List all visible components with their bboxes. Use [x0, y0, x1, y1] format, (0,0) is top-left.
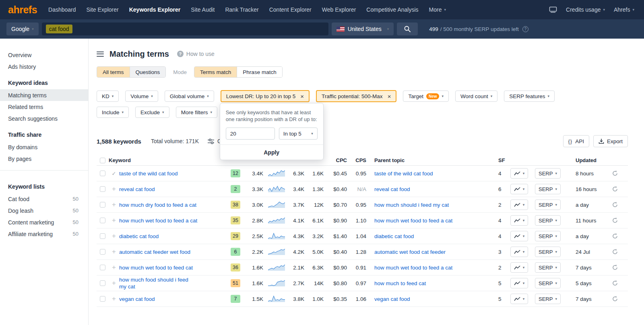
query-tag[interactable]: cat food	[46, 25, 72, 33]
col-header-cps[interactable]: CPS	[349, 157, 368, 163]
keyword-link[interactable]: how much food should i feed my cat	[119, 276, 196, 290]
trend-chart-button[interactable]: ▾	[510, 294, 528, 304]
sidebar-item-ads-history[interactable]: Ads history	[0, 61, 88, 72]
parent-topic-link[interactable]: how much wet food to feed a cat	[374, 217, 452, 224]
serp-button[interactable]: SERP▾	[535, 294, 561, 304]
trend-chart-button[interactable]: ▾	[510, 168, 528, 179]
refresh-icon[interactable]	[612, 170, 618, 177]
filter-button-global-volume[interactable]: Global volume▾	[165, 91, 214, 102]
parent-topic-link[interactable]: vegan cat food	[374, 296, 410, 302]
sidebar-item-matching-terms[interactable]: Matching terms	[0, 89, 88, 101]
keyword-link[interactable]: how much wet food to feed a cat	[119, 217, 197, 224]
keyword-link[interactable]: how much dry food to feed a cat	[119, 202, 196, 208]
remove-filter-icon[interactable]: ×	[388, 93, 391, 99]
filter-button-kd[interactable]: KD▾	[97, 91, 119, 102]
keyword-search-input[interactable]: cat food	[42, 23, 328, 35]
refresh-icon[interactable]	[612, 280, 618, 286]
filter-button-include[interactable]: Include▾	[97, 107, 129, 118]
filter-button-exclude[interactable]: Exclude▾	[135, 107, 169, 118]
trend-chart-button[interactable]: ▾	[510, 278, 528, 288]
col-header-keyword[interactable]: Keyword	[109, 157, 229, 163]
serp-button[interactable]: SERP▾	[535, 184, 561, 194]
dr-position-select[interactable]: In top 5 ▾	[279, 128, 318, 140]
display-settings-icon[interactable]	[208, 138, 214, 144]
sidebar-item-by-pages[interactable]: By pages	[0, 153, 88, 165]
refresh-icon[interactable]	[612, 296, 618, 302]
filter-button-target[interactable]: TargetNew▾	[403, 91, 449, 102]
add-to-list-button[interactable]: +	[112, 248, 116, 255]
nav-item-more[interactable]: More▾	[429, 6, 446, 13]
nav-item-rank-tracker[interactable]: Rank Tracker	[225, 6, 258, 13]
keyword-link[interactable]: reveal cat food	[119, 186, 155, 193]
remove-filter-icon[interactable]: ×	[300, 93, 304, 99]
nav-item-site-audit[interactable]: Site Audit	[191, 6, 215, 13]
parent-topic-link[interactable]: how much to feed cat	[374, 280, 426, 287]
api-button[interactable]: {} API	[563, 135, 589, 147]
row-checkbox[interactable]	[100, 265, 105, 270]
serp-button[interactable]: SERP▾	[535, 262, 561, 273]
refresh-icon[interactable]	[612, 233, 618, 239]
col-header-cpc[interactable]: CPC	[325, 157, 349, 163]
filter-button-serp-features[interactable]: SERP features▾	[504, 91, 555, 102]
serp-button[interactable]: SERP▾	[535, 168, 561, 179]
country-selector[interactable]: United States ▾	[332, 23, 394, 35]
apply-button[interactable]: Apply	[220, 144, 323, 160]
trend-chart-button[interactable]: ▾	[510, 184, 528, 194]
refresh-icon[interactable]	[612, 186, 618, 192]
search-engine-selector[interactable]: Google ▾	[6, 23, 39, 35]
sidebar-item-content-marketing[interactable]: Content marketing50	[0, 216, 88, 228]
collapse-sidebar-icon[interactable]	[97, 51, 104, 57]
sidebar-item-cat-food[interactable]: Cat food50	[0, 193, 88, 205]
sidebar-item-by-domains[interactable]: By domains	[0, 141, 88, 153]
screen-icon[interactable]	[549, 6, 557, 13]
search-button[interactable]	[397, 23, 418, 35]
row-checkbox[interactable]	[100, 186, 105, 192]
col-header-sf[interactable]: SF	[489, 157, 506, 163]
keyword-link[interactable]: how much wet food to feed cat	[119, 264, 193, 271]
trend-chart-button[interactable]: ▾	[510, 262, 528, 273]
add-to-list-button[interactable]: +	[112, 295, 116, 302]
add-to-list-button[interactable]: +	[112, 279, 116, 287]
nav-item-dashboard[interactable]: Dashboard	[48, 6, 76, 13]
tab-questions[interactable]: Questions	[130, 67, 166, 77]
add-to-list-button[interactable]: +	[112, 263, 116, 271]
export-button[interactable]: Export	[593, 135, 628, 147]
tab-all-terms[interactable]: All terms	[97, 67, 130, 77]
nav-item-keywords-explorer[interactable]: Keywords Explorer	[129, 6, 181, 13]
row-checkbox[interactable]	[100, 249, 105, 255]
trend-chart-button[interactable]: ▾	[510, 247, 528, 257]
trend-chart-button[interactable]: ▾	[510, 200, 528, 210]
refresh-icon[interactable]	[612, 217, 618, 224]
add-to-list-button[interactable]: +	[112, 185, 116, 193]
keyword-link[interactable]: vegan cat food	[119, 296, 155, 302]
add-to-list-button[interactable]: +	[112, 201, 116, 208]
refresh-icon[interactable]	[612, 249, 618, 255]
tab-phrase-match[interactable]: Phrase match	[237, 67, 282, 77]
nav-item-web-explorer[interactable]: Web Explorer	[322, 6, 356, 13]
parent-topic-link[interactable]: how much wet food to feed a cat	[374, 264, 452, 271]
col-header-parent-topic[interactable]: Parent topic	[368, 157, 489, 163]
trend-chart-button[interactable]: ▾	[510, 231, 528, 241]
nav-item-content-explorer[interactable]: Content Explorer	[269, 6, 312, 13]
sidebar-item-related-terms[interactable]: Related terms	[0, 101, 88, 113]
row-checkbox[interactable]	[100, 280, 105, 286]
keyword-link[interactable]: taste of the wild cat food	[119, 170, 178, 177]
trend-chart-button[interactable]: ▾	[510, 215, 528, 226]
row-checkbox[interactable]	[100, 171, 105, 176]
parent-topic-link[interactable]: how much should i feed my cat	[374, 202, 449, 208]
credits-usage-menu[interactable]: Credits usage ▾	[566, 6, 605, 13]
refresh-icon[interactable]	[612, 264, 618, 271]
sidebar-item-overview[interactable]: Overview	[0, 49, 88, 61]
add-to-list-button[interactable]: +	[112, 232, 116, 240]
nav-item-competitive-analysis[interactable]: Competitive Analysis	[366, 6, 418, 13]
nav-item-site-explorer[interactable]: Site Explorer	[87, 6, 119, 13]
sidebar-item-affiliate-marketing[interactable]: Affiliate marketing50	[0, 228, 88, 240]
ahrefs-logo[interactable]: ahrefs	[8, 4, 37, 16]
refresh-icon[interactable]	[612, 202, 618, 208]
filter-button-volume[interactable]: Volume▾	[125, 91, 158, 102]
filter-chip-lowest-dr[interactable]: Lowest DR: Up to 20 in top 5×	[221, 90, 310, 102]
dr-value-input[interactable]	[226, 128, 275, 140]
keyword-link[interactable]: diabetic cat food	[119, 233, 159, 240]
row-checkbox[interactable]	[100, 202, 105, 208]
account-menu[interactable]: Ahrefs ▾	[614, 6, 634, 13]
